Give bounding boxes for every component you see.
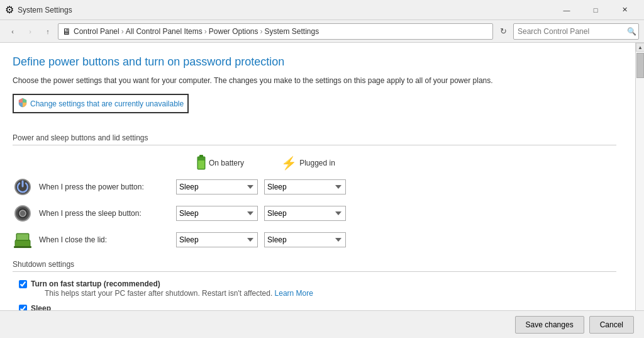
address-bar[interactable]: 🖥 Control Panel › All Control Panel Item…: [58, 23, 493, 40]
lid-battery-select[interactable]: SleepDo nothingHibernateShut down: [176, 232, 258, 247]
sep1: ›: [121, 27, 124, 36]
sep2: ›: [204, 27, 207, 36]
col-plugged: ⚡ Plugged in: [264, 154, 352, 172]
change-settings-link[interactable]: Change settings that are currently unava…: [13, 94, 189, 113]
svg-rect-13: [17, 234, 28, 240]
sleep-icon: [13, 203, 33, 223]
change-settings-text: Change settings that are currently unava…: [30, 99, 184, 108]
lid-icon: [13, 230, 33, 250]
col-battery: On battery: [176, 154, 264, 172]
title-bar: ⚙ System Settings — □ ✕: [0, 0, 644, 20]
search-input[interactable]: [513, 23, 639, 40]
minimize-button[interactable]: —: [552, 0, 581, 20]
back-button[interactable]: ‹: [5, 24, 20, 39]
sleep-dropdowns: SleepDo nothingHibernateShut down SleepD…: [176, 206, 346, 221]
title-bar-text: System Settings: [18, 6, 552, 14]
sep3: ›: [260, 27, 262, 36]
svg-point-10: [19, 210, 26, 217]
fast-startup-label: Turn on fast startup (recommended): [31, 279, 313, 288]
power-icon: [13, 177, 33, 197]
power-plugged-select[interactable]: SleepDo nothingHibernateShut downTurn of…: [264, 179, 346, 194]
svg-rect-3: [23, 103, 28, 108]
up-button[interactable]: ↑: [40, 24, 55, 39]
breadcrumb-icon: 🖥: [62, 26, 71, 37]
app-icon: ⚙: [5, 4, 14, 16]
lid-plugged-select[interactable]: SleepDo nothingHibernateShut down: [264, 232, 346, 247]
save-button[interactable]: Save changes: [515, 316, 584, 334]
fast-startup-row: Turn on fast startup (recommended) This …: [13, 279, 616, 299]
power-button-row: When I press the power button: SleepDo n…: [13, 177, 616, 197]
close-button[interactable]: ✕: [610, 0, 639, 20]
breadcrumb-power-options[interactable]: Power Options: [209, 27, 258, 36]
scroll-track[interactable]: [636, 52, 644, 329]
cancel-button[interactable]: Cancel: [589, 316, 634, 334]
lid-row: When I close the lid: SleepDo nothingHib…: [13, 230, 616, 250]
sleep-plugged-select[interactable]: SleepDo nothingHibernateShut down: [264, 206, 346, 221]
sleep-button-label: When I press the sleep button:: [39, 209, 176, 218]
learn-more-link[interactable]: Learn More: [275, 289, 313, 298]
columns-header: On battery ⚡ Plugged in: [176, 154, 616, 172]
shutdown-header: Shutdown settings: [13, 260, 616, 272]
footer: Save changes Cancel: [0, 310, 644, 338]
refresh-button[interactable]: ↻: [496, 24, 511, 39]
shield-icon: [18, 98, 28, 110]
page-title: Define power buttons and turn on passwor…: [13, 55, 616, 69]
breadcrumb-current: System Settings: [264, 27, 319, 36]
svg-rect-5: [199, 155, 203, 157]
maximize-button[interactable]: □: [581, 0, 610, 20]
search-button[interactable]: 🔍: [627, 27, 636, 36]
lid-label: When I close the lid:: [39, 235, 176, 244]
breadcrumb: Control Panel › All Control Panel Items …: [74, 27, 319, 36]
fast-startup-checkbox[interactable]: [19, 280, 27, 288]
svg-rect-14: [14, 246, 31, 248]
nav-bar: ‹ › ↑ 🖥 Control Panel › All Control Pane…: [0, 20, 644, 43]
search-wrapper: 🔍: [513, 23, 639, 40]
svg-rect-6: [198, 161, 204, 169]
fast-startup-sub: This helps start your PC faster after sh…: [31, 289, 313, 298]
scroll-up-button[interactable]: ▲: [636, 43, 644, 52]
section-header-power: Power and sleep buttons and lid settings: [13, 133, 616, 145]
power-dropdowns: SleepDo nothingHibernateShut downTurn of…: [176, 179, 346, 194]
power-battery-select[interactable]: SleepDo nothingHibernateShut downTurn of…: [176, 179, 258, 194]
power-button-label: When I press the power button:: [39, 183, 176, 191]
breadcrumb-control-panel[interactable]: Control Panel: [74, 27, 119, 36]
plug-icon: ⚡: [281, 155, 297, 171]
forward-button[interactable]: ›: [23, 24, 38, 39]
breadcrumb-all-items[interactable]: All Control Panel Items: [126, 27, 203, 36]
title-bar-controls: — □ ✕: [552, 0, 639, 20]
svg-rect-2: [18, 103, 23, 108]
main-content: Define power buttons and turn on passwor…: [0, 43, 635, 338]
sleep-button-row: When I press the sleep button: SleepDo n…: [13, 203, 616, 223]
scroll-thumb[interactable]: [636, 53, 644, 78]
lid-dropdowns: SleepDo nothingHibernateShut down SleepD…: [176, 232, 346, 247]
scrollbar[interactable]: ▲ ▼: [635, 43, 644, 338]
page-description: Choose the power settings that you want …: [13, 75, 616, 86]
sleep-battery-select[interactable]: SleepDo nothingHibernateShut down: [176, 206, 258, 221]
